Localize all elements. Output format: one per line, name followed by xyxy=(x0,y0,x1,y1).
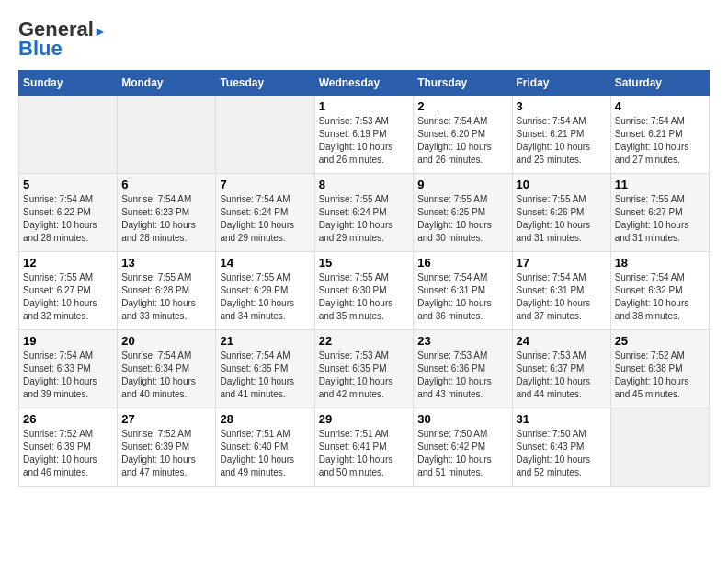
day-cell: 3 Sunrise: 7:54 AM Sunset: 6:21 PM Dayli… xyxy=(512,96,610,174)
day-info: Sunrise: 7:54 AM Sunset: 6:31 PM Dayligh… xyxy=(417,271,507,323)
day-number: 2 xyxy=(417,99,507,113)
day-number: 25 xyxy=(615,334,705,348)
day-number: 14 xyxy=(220,256,310,270)
day-info: Sunrise: 7:54 AM Sunset: 6:21 PM Dayligh… xyxy=(615,115,705,167)
day-number: 29 xyxy=(319,412,410,426)
day-cell: 15 Sunrise: 7:55 AM Sunset: 6:30 PM Dayl… xyxy=(314,252,414,330)
day-info: Sunrise: 7:52 AM Sunset: 6:39 PM Dayligh… xyxy=(23,428,113,479)
day-cell xyxy=(19,96,118,174)
day-number: 7 xyxy=(220,178,310,191)
day-cell: 23 Sunrise: 7:53 AM Sunset: 6:36 PM Dayl… xyxy=(414,330,512,408)
day-cell: 30 Sunrise: 7:50 AM Sunset: 6:42 PM Dayl… xyxy=(414,408,512,487)
calendar-table: SundayMondayTuesdayWednesdayThursdayFrid… xyxy=(18,70,710,487)
day-info: Sunrise: 7:54 AM Sunset: 6:20 PM Dayligh… xyxy=(417,115,507,167)
day-number: 3 xyxy=(517,99,607,113)
day-info: Sunrise: 7:54 AM Sunset: 6:35 PM Dayligh… xyxy=(220,350,310,401)
day-number: 27 xyxy=(121,412,211,426)
day-info: Sunrise: 7:55 AM Sunset: 6:29 PM Dayligh… xyxy=(220,271,310,323)
day-cell: 26 Sunrise: 7:52 AM Sunset: 6:39 PM Dayl… xyxy=(19,408,118,487)
day-cell: 8 Sunrise: 7:55 AM Sunset: 6:24 PM Dayli… xyxy=(314,174,414,252)
day-cell: 27 Sunrise: 7:52 AM Sunset: 6:39 PM Dayl… xyxy=(118,408,216,487)
day-number: 8 xyxy=(319,178,410,191)
day-info: Sunrise: 7:53 AM Sunset: 6:36 PM Dayligh… xyxy=(417,350,507,401)
day-info: Sunrise: 7:53 AM Sunset: 6:37 PM Dayligh… xyxy=(517,350,607,401)
day-number: 1 xyxy=(319,99,410,113)
day-number: 19 xyxy=(23,334,113,348)
day-info: Sunrise: 7:54 AM Sunset: 6:23 PM Dayligh… xyxy=(121,193,211,245)
day-info: Sunrise: 7:53 AM Sunset: 6:35 PM Dayligh… xyxy=(319,350,410,401)
week-row-3: 12 Sunrise: 7:55 AM Sunset: 6:27 PM Dayl… xyxy=(19,252,710,330)
day-cell: 25 Sunrise: 7:52 AM Sunset: 6:38 PM Dayl… xyxy=(610,330,709,408)
day-info: Sunrise: 7:54 AM Sunset: 6:31 PM Dayligh… xyxy=(517,271,607,323)
day-cell: 1 Sunrise: 7:53 AM Sunset: 6:19 PM Dayli… xyxy=(314,96,414,174)
day-cell: 28 Sunrise: 7:51 AM Sunset: 6:40 PM Dayl… xyxy=(216,408,314,487)
day-info: Sunrise: 7:54 AM Sunset: 6:24 PM Dayligh… xyxy=(220,193,310,245)
day-info: Sunrise: 7:51 AM Sunset: 6:40 PM Dayligh… xyxy=(220,428,310,479)
day-cell: 7 Sunrise: 7:54 AM Sunset: 6:24 PM Dayli… xyxy=(216,174,314,252)
day-info: Sunrise: 7:55 AM Sunset: 6:27 PM Dayligh… xyxy=(615,193,705,245)
day-number: 12 xyxy=(23,256,113,270)
day-cell: 18 Sunrise: 7:54 AM Sunset: 6:32 PM Dayl… xyxy=(610,252,709,330)
day-cell xyxy=(610,408,709,487)
day-info: Sunrise: 7:50 AM Sunset: 6:42 PM Dayligh… xyxy=(417,428,507,479)
day-cell: 9 Sunrise: 7:55 AM Sunset: 6:25 PM Dayli… xyxy=(414,174,512,252)
page-header: General► Blue xyxy=(18,18,710,61)
day-cell xyxy=(216,96,314,174)
day-info: Sunrise: 7:55 AM Sunset: 6:27 PM Dayligh… xyxy=(23,271,113,323)
day-number: 11 xyxy=(615,178,705,191)
day-cell: 2 Sunrise: 7:54 AM Sunset: 6:20 PM Dayli… xyxy=(414,96,512,174)
day-info: Sunrise: 7:55 AM Sunset: 6:26 PM Dayligh… xyxy=(517,193,607,245)
day-info: Sunrise: 7:54 AM Sunset: 6:21 PM Dayligh… xyxy=(517,115,607,167)
day-number: 6 xyxy=(121,178,211,191)
weekday-header-sunday: Sunday xyxy=(19,71,118,96)
day-cell: 12 Sunrise: 7:55 AM Sunset: 6:27 PM Dayl… xyxy=(19,252,118,330)
week-row-2: 5 Sunrise: 7:54 AM Sunset: 6:22 PM Dayli… xyxy=(19,174,710,252)
weekday-header-tuesday: Tuesday xyxy=(216,71,314,96)
day-info: Sunrise: 7:54 AM Sunset: 6:34 PM Dayligh… xyxy=(121,350,211,401)
day-number: 21 xyxy=(220,334,310,348)
day-number: 20 xyxy=(121,334,211,348)
day-number: 13 xyxy=(121,256,211,270)
day-cell: 24 Sunrise: 7:53 AM Sunset: 6:37 PM Dayl… xyxy=(512,330,610,408)
day-number: 15 xyxy=(319,256,410,270)
weekday-header-monday: Monday xyxy=(118,71,216,96)
day-info: Sunrise: 7:54 AM Sunset: 6:22 PM Dayligh… xyxy=(23,193,113,245)
day-cell: 13 Sunrise: 7:55 AM Sunset: 6:28 PM Dayl… xyxy=(118,252,216,330)
day-number: 16 xyxy=(417,256,507,270)
day-info: Sunrise: 7:55 AM Sunset: 6:28 PM Dayligh… xyxy=(121,271,211,323)
weekday-header-saturday: Saturday xyxy=(610,71,709,96)
day-info: Sunrise: 7:54 AM Sunset: 6:33 PM Dayligh… xyxy=(23,350,113,401)
day-cell: 14 Sunrise: 7:55 AM Sunset: 6:29 PM Dayl… xyxy=(216,252,314,330)
day-cell: 4 Sunrise: 7:54 AM Sunset: 6:21 PM Dayli… xyxy=(610,96,709,174)
weekday-header-row: SundayMondayTuesdayWednesdayThursdayFrid… xyxy=(19,71,710,96)
week-row-5: 26 Sunrise: 7:52 AM Sunset: 6:39 PM Dayl… xyxy=(19,408,710,487)
weekday-header-wednesday: Wednesday xyxy=(314,71,414,96)
day-info: Sunrise: 7:55 AM Sunset: 6:30 PM Dayligh… xyxy=(319,271,410,323)
day-info: Sunrise: 7:55 AM Sunset: 6:25 PM Dayligh… xyxy=(417,193,507,245)
day-number: 5 xyxy=(23,178,113,191)
day-number: 28 xyxy=(220,412,310,426)
day-info: Sunrise: 7:50 AM Sunset: 6:43 PM Dayligh… xyxy=(517,428,607,479)
day-cell: 17 Sunrise: 7:54 AM Sunset: 6:31 PM Dayl… xyxy=(512,252,610,330)
day-number: 4 xyxy=(615,99,705,113)
logo-blue: Blue xyxy=(18,37,63,61)
day-info: Sunrise: 7:53 AM Sunset: 6:19 PM Dayligh… xyxy=(319,115,410,167)
day-info: Sunrise: 7:54 AM Sunset: 6:32 PM Dayligh… xyxy=(615,271,705,323)
day-number: 18 xyxy=(615,256,705,270)
day-info: Sunrise: 7:52 AM Sunset: 6:38 PM Dayligh… xyxy=(615,350,705,401)
logo: General► Blue xyxy=(18,18,107,61)
day-number: 24 xyxy=(517,334,607,348)
day-info: Sunrise: 7:55 AM Sunset: 6:24 PM Dayligh… xyxy=(319,193,410,245)
day-cell: 20 Sunrise: 7:54 AM Sunset: 6:34 PM Dayl… xyxy=(118,330,216,408)
day-number: 26 xyxy=(23,412,113,426)
week-row-4: 19 Sunrise: 7:54 AM Sunset: 6:33 PM Dayl… xyxy=(19,330,710,408)
day-cell: 21 Sunrise: 7:54 AM Sunset: 6:35 PM Dayl… xyxy=(216,330,314,408)
day-number: 23 xyxy=(417,334,507,348)
day-cell: 31 Sunrise: 7:50 AM Sunset: 6:43 PM Dayl… xyxy=(512,408,610,487)
day-number: 9 xyxy=(417,178,507,191)
day-cell xyxy=(118,96,216,174)
weekday-header-friday: Friday xyxy=(512,71,610,96)
day-cell: 5 Sunrise: 7:54 AM Sunset: 6:22 PM Dayli… xyxy=(19,174,118,252)
day-info: Sunrise: 7:51 AM Sunset: 6:41 PM Dayligh… xyxy=(319,428,410,479)
day-cell: 29 Sunrise: 7:51 AM Sunset: 6:41 PM Dayl… xyxy=(314,408,414,487)
